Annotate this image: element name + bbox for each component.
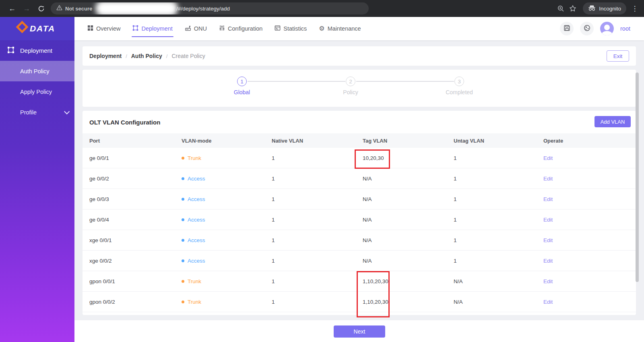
- deployment-frame-icon: [7, 46, 14, 55]
- port-value: gpon 0/0/2: [89, 299, 115, 305]
- onu-device-icon: [185, 25, 191, 32]
- tag-vlan-value: N/A: [363, 176, 372, 182]
- add-vlan-button[interactable]: Add VLAN: [594, 116, 631, 127]
- table-row: ge 0/0/3 Access 1 N/A 1 Edit: [83, 189, 636, 209]
- col-vlan-mode: VLAN-mode: [182, 138, 272, 144]
- sidebar-item-profile[interactable]: Profile: [0, 102, 74, 122]
- native-vlan-value: 1: [272, 237, 275, 243]
- mode-status-dot-icon: [182, 198, 184, 201]
- back-icon[interactable]: ←: [5, 2, 19, 15]
- native-vlan-value: 1: [272, 196, 275, 202]
- tag-vlan-highlight-box: [355, 149, 390, 169]
- tab-onu[interactable]: ONU: [185, 17, 207, 40]
- sidebar-item-deployment[interactable]: Deployment: [0, 40, 74, 61]
- save-button[interactable]: [560, 22, 574, 35]
- top-nav: Overview Deployment ONU Configuration: [74, 17, 361, 40]
- edit-link[interactable]: Edit: [543, 196, 553, 202]
- untag-vlan-value: N/A: [454, 299, 463, 305]
- vlan-mode-value: Trunk: [188, 299, 201, 305]
- vlan-config-card: OLT VLAN Configuration Add VLAN Port VLA…: [83, 111, 636, 315]
- tab-deployment[interactable]: Deployment: [132, 17, 172, 40]
- untag-vlan-value: 1: [454, 155, 457, 161]
- stepper: 1 Global 2 Policy 3 Completed: [83, 70, 636, 107]
- edit-link[interactable]: Edit: [543, 176, 553, 182]
- tag-vlan-value: N/A: [363, 258, 372, 264]
- port-value: gpon 0/0/1: [89, 278, 115, 284]
- page: ← → Not secure /#/deploy/strategy/add In…: [0, 0, 644, 342]
- user-avatar[interactable]: [600, 22, 614, 35]
- main-content: Deployment / Auth Policy / Create Policy…: [74, 40, 644, 342]
- step-number: 1: [237, 77, 247, 86]
- table-row: ge 0/0/4 Access 1 N/A 1 Edit: [83, 209, 636, 230]
- edit-link[interactable]: Edit: [543, 217, 553, 223]
- logo-diamond-icon: [16, 21, 28, 33]
- mode-status-dot-icon: [182, 218, 184, 221]
- vlan-mode-value: Access: [188, 176, 205, 182]
- tab-maintenance[interactable]: ⚙ Maintenance: [319, 17, 361, 40]
- table-row: xge 0/0/2 Access 1 N/A 1 Edit: [83, 251, 636, 271]
- edit-link[interactable]: Edit: [543, 299, 553, 305]
- native-vlan-value: 1: [272, 217, 275, 223]
- sidebar-item-label: Auth Policy: [20, 68, 50, 75]
- step-completed: 3 Completed: [433, 77, 485, 95]
- native-vlan-value: 1: [272, 299, 275, 305]
- port-value: ge 0/0/4: [89, 217, 109, 223]
- sidebar-item-apply-policy[interactable]: Apply Policy: [0, 81, 74, 102]
- incognito-label: Incognito: [599, 6, 621, 12]
- untag-vlan-value: 1: [454, 258, 457, 264]
- port-value: xge 0/0/2: [89, 258, 112, 264]
- col-untag-vlan: Untag VLAN: [454, 138, 543, 144]
- language-button[interactable]: [580, 22, 594, 35]
- language-globe-icon: [584, 25, 590, 33]
- tab-statistics[interactable]: Statistics: [275, 17, 307, 40]
- address-bar[interactable]: Not secure /#/deploy/strategy/add: [51, 2, 369, 15]
- edit-link[interactable]: Edit: [543, 155, 553, 161]
- app-header: Overview Deployment ONU Configuration: [74, 17, 644, 40]
- breadcrumb-item[interactable]: Auth Policy: [131, 53, 162, 59]
- warning-icon: [56, 5, 62, 12]
- untag-vlan-value: 1: [454, 237, 457, 243]
- step-label: Policy: [324, 89, 377, 95]
- edit-link[interactable]: Edit: [543, 258, 553, 264]
- username[interactable]: root: [620, 25, 630, 32]
- port-value: ge 0/0/1: [89, 155, 109, 161]
- vlan-mode-value: Access: [188, 237, 205, 243]
- logo-text: DATA: [30, 24, 55, 33]
- browser-menu-icon[interactable]: ⋮: [630, 4, 639, 13]
- col-tag-vlan: Tag VLAN: [363, 138, 454, 144]
- tab-configuration[interactable]: Configuration: [219, 17, 262, 40]
- sidebar-item-auth-policy[interactable]: Auth Policy: [0, 61, 74, 81]
- edit-link[interactable]: Edit: [543, 237, 553, 243]
- configuration-sliders-icon: [219, 25, 225, 32]
- step-global: 1 Global: [216, 77, 268, 95]
- bookmark-star-icon[interactable]: [567, 2, 579, 15]
- exit-button[interactable]: Exit: [607, 50, 629, 62]
- incognito-icon: [588, 5, 596, 12]
- zoom-search-icon[interactable]: [555, 2, 567, 15]
- table-row: ge 0/0/2 Access 1 N/A 1 Edit: [83, 168, 636, 189]
- overview-grid-icon: [87, 25, 93, 32]
- port-value: ge 0/0/2: [89, 176, 109, 182]
- tab-overview[interactable]: Overview: [87, 17, 120, 40]
- native-vlan-value: 1: [272, 155, 275, 161]
- deployment-frame-icon: [132, 25, 138, 32]
- untag-vlan-value: 1: [454, 176, 457, 182]
- incognito-badge: Incognito: [583, 2, 626, 15]
- section-title: OLT VLAN Configuration: [89, 119, 160, 126]
- footer-bar: Next: [74, 320, 644, 342]
- scrollbar[interactable]: [636, 73, 639, 282]
- mode-status-dot-icon: [182, 280, 184, 283]
- logo[interactable]: DATA: [0, 17, 74, 40]
- vlan-mode-value: Access: [188, 217, 205, 223]
- step-number: 3: [454, 77, 464, 86]
- breadcrumb-item[interactable]: Deployment: [89, 53, 122, 59]
- next-button[interactable]: Next: [334, 325, 385, 338]
- tag-vlan-highlight-box: [357, 271, 390, 317]
- untag-vlan-value: 1: [454, 217, 457, 223]
- vlan-mode-value: Trunk: [188, 155, 201, 161]
- forward-icon[interactable]: →: [19, 2, 34, 15]
- edit-link[interactable]: Edit: [543, 278, 553, 284]
- untag-vlan-value: N/A: [454, 278, 463, 284]
- table-header: Port VLAN-mode Native VLAN Tag VLAN Unta…: [83, 133, 636, 148]
- reload-icon[interactable]: [34, 2, 48, 15]
